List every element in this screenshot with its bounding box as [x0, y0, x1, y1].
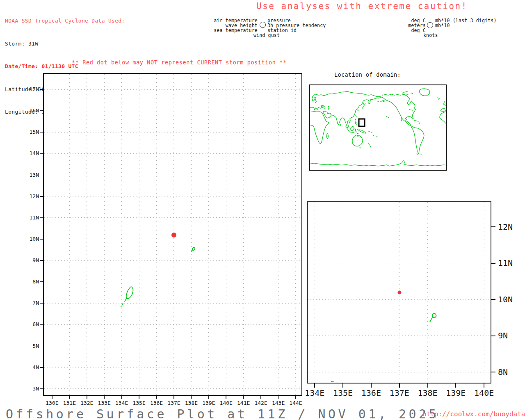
x-tick-133E — [104, 396, 105, 399]
y-tick-label: 12N — [498, 222, 513, 232]
domain-location-box — [359, 119, 365, 126]
gridline-8N — [44, 282, 301, 282]
aleutians — [377, 101, 384, 102]
antarctica-coast — [310, 161, 446, 166]
gridline-130E — [52, 74, 52, 395]
units-deg-c-sea-label: deg C — [393, 28, 426, 33]
iberia-coast — [441, 108, 446, 112]
source-url: http://coolwx.com/buoydata — [422, 410, 525, 418]
x-tick-139E — [455, 383, 456, 388]
station-circle-icon — [260, 22, 266, 28]
x-tick-138E — [191, 396, 192, 399]
gridline-138E — [427, 202, 428, 383]
y-tick-label: 7N — [20, 300, 39, 306]
palau-tip-coastline — [331, 381, 333, 382]
y-tick-5N — [40, 346, 43, 347]
eurasia-north-coast — [313, 91, 381, 97]
x-tick-135E — [342, 383, 343, 388]
gridline-139E — [208, 74, 209, 395]
gridline-8N — [308, 372, 491, 372]
units-mb10-label: mb*10 — [435, 23, 450, 28]
north-america-east-coast — [405, 98, 415, 126]
x-tick-label: 143E — [272, 400, 285, 406]
y-tick-11N — [491, 263, 495, 264]
gridline-13N — [44, 175, 301, 175]
gridline-17N — [44, 89, 301, 90]
x-tick-label: 136E — [150, 400, 163, 406]
x-tick-label: 137E — [390, 388, 409, 398]
x-tick-136E — [371, 383, 372, 388]
y-tick-label: 10N — [20, 236, 39, 242]
gridline-4N — [44, 367, 301, 368]
y-tick-7N — [40, 303, 43, 304]
south-america-coast — [411, 126, 424, 155]
gridline-138E — [191, 74, 192, 395]
gridline-9N — [44, 260, 301, 261]
japan-coast — [362, 103, 365, 108]
y-tick-label: 9N — [498, 331, 508, 340]
y-tick-label: 8N — [498, 367, 508, 377]
x-tick-label: 140E — [474, 388, 494, 398]
europe-med-coast — [310, 107, 325, 110]
x-tick-label: 140E — [220, 400, 233, 406]
new-guinea-coast — [359, 130, 366, 133]
north-america-west-coast — [381, 97, 411, 126]
sri-lanka-coast — [340, 124, 341, 126]
black-sea — [321, 106, 324, 107]
y-tick-9N — [491, 336, 495, 336]
gridline-9N — [308, 336, 491, 336]
plot-title: Offshore Surface Plot at 11Z / NOV 01, 2… — [6, 407, 439, 420]
storm-31W-position — [171, 233, 176, 237]
station-legend-sea-temp-label: sea temperature — [205, 28, 258, 33]
x-tick-137E — [399, 383, 400, 388]
storm-31W-position — [397, 290, 401, 294]
y-tick-label: 16N — [20, 107, 39, 114]
borneo-coast — [351, 126, 354, 130]
gridline-135E — [139, 74, 139, 395]
x-tick-136E — [156, 396, 157, 399]
x-tick-label: 136E — [361, 388, 381, 398]
x-tick-144E — [295, 396, 296, 399]
scandinavia-coast — [312, 95, 317, 103]
gridline-5N — [44, 346, 301, 346]
units-knots-label: knots — [423, 33, 438, 38]
x-tick-label: 130E — [46, 400, 58, 406]
station-legend-wind-gust-label: wind gust — [253, 33, 280, 38]
x-tick-140E — [484, 383, 484, 388]
yap-coastline — [192, 247, 195, 251]
x-tick-label: 131E — [63, 400, 76, 406]
world-coastline-svg — [310, 85, 446, 170]
x-tick-134E — [121, 396, 122, 399]
y-tick-label: 3N — [20, 386, 39, 392]
gridline-140E — [484, 202, 484, 383]
y-tick-label: 11N — [498, 258, 513, 268]
storm-id-line: Storm: 31W — [5, 40, 125, 48]
x-tick-label: 142E — [254, 400, 267, 406]
y-tick-3N — [40, 388, 43, 389]
y-tick-label: 5N — [20, 343, 39, 349]
y-tick-9N — [40, 260, 43, 261]
x-tick-label: 139E — [446, 388, 466, 398]
y-tick-8N — [491, 372, 495, 372]
gridline-6N — [44, 324, 301, 325]
y-tick-label: 4N — [20, 364, 39, 370]
gridline-133E — [104, 74, 105, 395]
y-tick-label: 6N — [20, 321, 39, 327]
gridline-15N — [44, 132, 301, 132]
y-tick-label: 10N — [498, 294, 513, 304]
x-tick-label: 138E — [418, 388, 437, 398]
y-tick-14N — [40, 153, 43, 154]
gridline-12N — [44, 196, 301, 196]
gridline-12N — [308, 227, 491, 227]
y-tick-4N — [40, 367, 43, 368]
y-tick-label: 11N — [20, 215, 39, 221]
gridline-10N — [308, 299, 491, 300]
africa-coast — [310, 111, 329, 144]
y-tick-6N — [40, 324, 43, 325]
x-tick-label: 144E — [289, 400, 302, 406]
gridline-136E — [371, 202, 371, 383]
x-tick-134E — [314, 383, 315, 388]
x-tick-142E — [260, 396, 261, 399]
west-africa-coast — [440, 112, 446, 123]
y-tick-12N — [491, 226, 495, 227]
